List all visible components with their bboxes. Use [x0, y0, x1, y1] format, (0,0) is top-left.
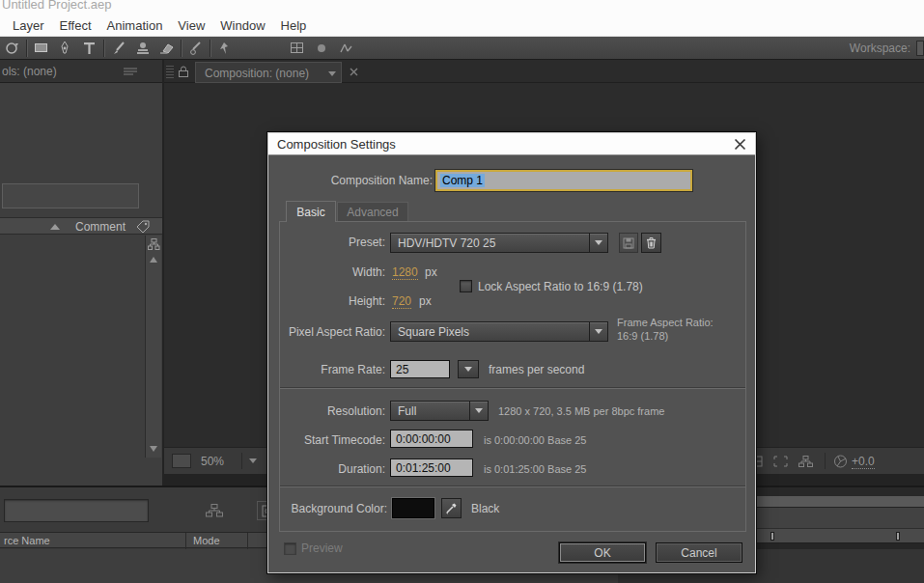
- tag-icon[interactable]: [136, 220, 150, 233]
- lock-aspect-label[interactable]: Lock Aspect Ratio to 16:9 (1.78): [478, 280, 643, 293]
- viewer-swatch-button[interactable]: [172, 454, 191, 468]
- resolution-value: Full: [398, 404, 466, 418]
- panel-grip[interactable]: [166, 65, 174, 78]
- menu-layer[interactable]: Layer: [10, 17, 47, 34]
- puppet-pin-tool-icon[interactable]: [212, 38, 237, 59]
- width-unit: px: [425, 265, 437, 279]
- brush-tool-icon[interactable]: [106, 38, 130, 59]
- zoom-level-value[interactable]: 50%: [201, 455, 224, 468]
- resolution-label: Resolution:: [268, 404, 385, 418]
- comp-flowchart-button[interactable]: [203, 501, 226, 520]
- menu-help[interactable]: Help: [278, 17, 310, 34]
- save-preset-button[interactable]: [619, 233, 638, 253]
- shutter-angle-value[interactable]: +0.0: [852, 455, 875, 469]
- toolbar-separator: [26, 40, 27, 57]
- pixel-aspect-ratio-label: Pixel Aspect Ratio:: [268, 325, 385, 339]
- mini-flowchart-icon[interactable]: [796, 454, 815, 469]
- trash-icon: [645, 236, 658, 249]
- composition-settings-dialog: Composition Settings Composition Name: C…: [267, 132, 756, 573]
- scroll-up-icon[interactable]: [150, 257, 157, 263]
- duration-input[interactable]: 0:01:25:00: [390, 458, 473, 477]
- composition-name-input[interactable]: Comp 1: [435, 170, 692, 191]
- rotation-tool-icon[interactable]: [0, 38, 24, 59]
- menu-animation[interactable]: Animation: [104, 17, 166, 34]
- tools-toolbar: Workspace:: [0, 37, 924, 60]
- effect-controls-panel: ols: (none) Comment: [0, 60, 162, 486]
- window-titlebar: Untitled Project.aep: [0, 0, 924, 15]
- shutter-icon[interactable]: [830, 454, 850, 469]
- frame-rate-input[interactable]: 25: [390, 360, 450, 378]
- camera-grid-icon[interactable]: [285, 38, 309, 59]
- workspace-label: Workspace:: [850, 42, 910, 55]
- region-of-interest-icon[interactable]: [770, 454, 790, 469]
- type-tool-icon[interactable]: [77, 38, 101, 59]
- column-divider[interactable]: [185, 533, 186, 549]
- frame-aspect-ratio-label: Frame Aspect Ratio:: [617, 317, 714, 328]
- background-color-label: Background Color:: [268, 502, 387, 515]
- height-value[interactable]: 720: [392, 294, 411, 309]
- menu-view[interactable]: View: [175, 17, 208, 34]
- dialog-titlebar[interactable]: Composition Settings: [268, 133, 755, 155]
- project-scrollbar[interactable]: [145, 236, 161, 458]
- lock-icon[interactable]: [178, 66, 189, 77]
- timeline-search-input[interactable]: [4, 499, 149, 522]
- menu-window[interactable]: Window: [217, 17, 267, 34]
- dialog-close-button[interactable]: [733, 137, 747, 152]
- pixel-aspect-ratio-dropdown[interactable]: Square Pixels: [390, 321, 608, 342]
- eyedropper-button[interactable]: [441, 498, 462, 518]
- resolution-dropdown[interactable]: Full: [390, 401, 489, 421]
- panel-menu-icon[interactable]: [124, 68, 137, 76]
- eraser-tool-icon[interactable]: [154, 38, 179, 59]
- pen-tool-icon[interactable]: [53, 38, 77, 59]
- width-value[interactable]: 1280: [392, 265, 418, 280]
- height-unit: px: [419, 294, 432, 308]
- after-effects-window: Untitled Project.aep Layer Effect Animat…: [0, 0, 924, 583]
- scroll-down-icon[interactable]: [150, 446, 157, 452]
- preset-label: Preset:: [268, 236, 385, 249]
- frame-rate-label: Frame Rate:: [268, 363, 385, 376]
- rectangle-tool-icon[interactable]: [29, 38, 53, 59]
- project-columns-header: Comment: [0, 217, 162, 235]
- composition-viewer-tab[interactable]: Composition: (none): [195, 62, 342, 83]
- delete-preset-button[interactable]: [641, 233, 661, 253]
- frame-rate-suffix: frames per second: [489, 363, 584, 376]
- chevron-down-icon: [464, 367, 472, 372]
- background-color-swatch[interactable]: [392, 498, 434, 518]
- flowchart-icon[interactable]: [148, 238, 160, 250]
- chevron-down-icon: [589, 234, 607, 252]
- width-label: Width:: [268, 265, 385, 279]
- close-tab-icon[interactable]: [350, 68, 358, 76]
- tab-basic[interactable]: Basic: [286, 201, 336, 222]
- frame-rate-dropdown-button[interactable]: [458, 360, 479, 378]
- zoom-chevron-icon[interactable]: [249, 458, 257, 463]
- sort-arrow-icon[interactable]: [50, 224, 60, 230]
- rotobrush-tool-icon[interactable]: [183, 38, 208, 59]
- ok-button[interactable]: OK: [559, 542, 646, 563]
- column-divider[interactable]: [247, 533, 248, 549]
- chevron-down-icon: [328, 71, 336, 76]
- source-name-column-header[interactable]: rce Name: [4, 535, 50, 546]
- zoom-handle-left[interactable]: [770, 532, 774, 541]
- project-preview-box: [2, 183, 139, 208]
- start-timecode-label: Start Timecode:: [268, 433, 385, 447]
- preview-checkbox[interactable]: [284, 542, 296, 555]
- snap-icon[interactable]: [333, 38, 357, 59]
- chevron-down-icon: [589, 322, 607, 341]
- lock-aspect-checkbox[interactable]: [460, 280, 472, 292]
- workspace-dropdown[interactable]: [916, 41, 924, 56]
- effect-controls-tab[interactable]: ols: (none): [2, 65, 57, 78]
- clone-stamp-tool-icon[interactable]: [130, 38, 154, 59]
- close-icon: [734, 138, 746, 151]
- zoom-handle-right[interactable]: [896, 532, 900, 541]
- comment-column-header[interactable]: Comment: [75, 220, 126, 234]
- preset-dropdown[interactable]: HDV/HDTV 720 25: [390, 233, 608, 253]
- tab-advanced[interactable]: Advanced: [337, 202, 408, 221]
- background-color-name: Black: [471, 502, 499, 515]
- separator: [825, 453, 826, 469]
- cancel-button[interactable]: Cancel: [656, 542, 742, 563]
- left-panel-tabstrip: ols: (none): [0, 60, 162, 83]
- pixel-preview-icon[interactable]: [309, 38, 333, 59]
- mode-column-header[interactable]: Mode: [193, 535, 220, 546]
- menu-effect[interactable]: Effect: [57, 17, 95, 34]
- start-timecode-input[interactable]: 0:00:00:00: [390, 430, 473, 448]
